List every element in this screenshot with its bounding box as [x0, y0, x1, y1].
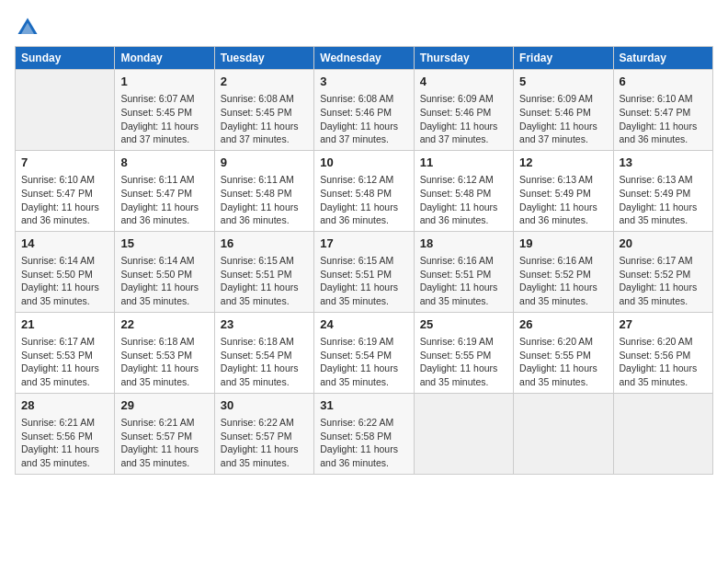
calendar-cell	[414, 393, 513, 474]
day-number: 8	[120, 155, 208, 171]
calendar-cell: 30Sunrise: 6:22 AMSunset: 5:57 PMDayligh…	[214, 393, 313, 474]
day-number: 24	[320, 316, 407, 333]
day-number: 27	[620, 316, 707, 333]
day-number: 19	[519, 236, 607, 252]
day-info: Sunrise: 6:08 AMSunset: 5:45 PMDaylight:…	[221, 92, 308, 146]
day-number: 9	[221, 155, 308, 171]
day-info: Sunrise: 6:09 AMSunset: 5:46 PMDaylight:…	[519, 92, 607, 146]
calendar-week-row: 21Sunrise: 6:17 AMSunset: 5:53 PMDayligh…	[16, 312, 713, 393]
day-number: 11	[420, 155, 507, 171]
day-info: Sunrise: 6:21 AMSunset: 5:56 PMDaylight:…	[21, 416, 108, 470]
calendar-cell: 25Sunrise: 6:19 AMSunset: 5:55 PMDayligh…	[414, 312, 513, 393]
day-info: Sunrise: 6:15 AMSunset: 5:51 PMDaylight:…	[320, 254, 407, 308]
weekday-header-sunday: Sunday	[16, 47, 115, 70]
calendar-week-row: 28Sunrise: 6:21 AMSunset: 5:56 PMDayligh…	[16, 393, 713, 474]
calendar-cell: 2Sunrise: 6:08 AMSunset: 5:45 PMDaylight…	[214, 70, 313, 151]
day-info: Sunrise: 6:16 AMSunset: 5:51 PMDaylight:…	[420, 254, 507, 308]
day-number: 13	[620, 155, 707, 171]
calendar-cell: 29Sunrise: 6:21 AMSunset: 5:57 PMDayligh…	[115, 393, 214, 474]
day-number: 2	[221, 74, 308, 90]
day-info: Sunrise: 6:18 AMSunset: 5:53 PMDaylight:…	[120, 335, 208, 389]
day-number: 15	[120, 236, 208, 252]
weekday-header-wednesday: Wednesday	[314, 47, 414, 70]
logo	[15, 15, 44, 40]
calendar-cell: 31Sunrise: 6:22 AMSunset: 5:58 PMDayligh…	[314, 393, 414, 474]
calendar-cell: 8Sunrise: 6:11 AMSunset: 5:47 PMDaylight…	[115, 150, 214, 231]
day-info: Sunrise: 6:08 AMSunset: 5:46 PMDaylight:…	[320, 92, 407, 146]
calendar-cell: 11Sunrise: 6:12 AMSunset: 5:48 PMDayligh…	[414, 150, 513, 231]
day-number: 20	[620, 236, 707, 252]
day-number: 17	[320, 236, 407, 252]
day-number: 23	[221, 316, 308, 333]
calendar-cell: 17Sunrise: 6:15 AMSunset: 5:51 PMDayligh…	[314, 231, 414, 312]
calendar-cell: 9Sunrise: 6:11 AMSunset: 5:48 PMDaylight…	[214, 150, 313, 231]
day-info: Sunrise: 6:10 AMSunset: 5:47 PMDaylight:…	[620, 92, 707, 146]
weekday-header-thursday: Thursday	[414, 47, 513, 70]
calendar-week-row: 7Sunrise: 6:10 AMSunset: 5:47 PMDaylight…	[16, 150, 713, 231]
day-info: Sunrise: 6:12 AMSunset: 5:48 PMDaylight:…	[420, 173, 507, 227]
day-info: Sunrise: 6:22 AMSunset: 5:58 PMDaylight:…	[320, 416, 407, 470]
day-info: Sunrise: 6:16 AMSunset: 5:52 PMDaylight:…	[519, 254, 607, 308]
day-number: 18	[420, 236, 507, 252]
day-info: Sunrise: 6:09 AMSunset: 5:46 PMDaylight:…	[420, 92, 507, 146]
day-number: 10	[320, 155, 407, 171]
day-info: Sunrise: 6:17 AMSunset: 5:52 PMDaylight:…	[620, 254, 707, 308]
calendar-cell: 12Sunrise: 6:13 AMSunset: 5:49 PMDayligh…	[514, 150, 613, 231]
day-info: Sunrise: 6:18 AMSunset: 5:54 PMDaylight:…	[221, 335, 308, 389]
calendar-cell	[16, 70, 115, 151]
day-number: 1	[120, 74, 208, 90]
day-number: 21	[21, 316, 108, 333]
calendar-cell: 10Sunrise: 6:12 AMSunset: 5:48 PMDayligh…	[314, 150, 414, 231]
day-info: Sunrise: 6:15 AMSunset: 5:51 PMDaylight:…	[221, 254, 308, 308]
day-info: Sunrise: 6:19 AMSunset: 5:54 PMDaylight:…	[320, 335, 407, 389]
calendar-cell	[613, 393, 712, 474]
weekday-header-tuesday: Tuesday	[214, 47, 313, 70]
day-number: 22	[120, 316, 208, 333]
day-number: 29	[120, 397, 208, 414]
day-number: 28	[21, 397, 108, 414]
calendar-cell: 28Sunrise: 6:21 AMSunset: 5:56 PMDayligh…	[16, 393, 115, 474]
calendar-cell: 20Sunrise: 6:17 AMSunset: 5:52 PMDayligh…	[613, 231, 712, 312]
day-number: 3	[320, 74, 407, 90]
day-info: Sunrise: 6:17 AMSunset: 5:53 PMDaylight:…	[21, 335, 108, 389]
day-number: 26	[519, 316, 607, 333]
day-info: Sunrise: 6:11 AMSunset: 5:48 PMDaylight:…	[221, 173, 308, 227]
page-header	[15, 15, 713, 40]
calendar-cell: 18Sunrise: 6:16 AMSunset: 5:51 PMDayligh…	[414, 231, 513, 312]
day-number: 14	[21, 236, 108, 252]
weekday-header-row: SundayMondayTuesdayWednesdayThursdayFrid…	[16, 47, 713, 70]
day-number: 5	[519, 74, 607, 90]
calendar-cell: 14Sunrise: 6:14 AMSunset: 5:50 PMDayligh…	[16, 231, 115, 312]
calendar-cell: 26Sunrise: 6:20 AMSunset: 5:55 PMDayligh…	[514, 312, 613, 393]
calendar-table: SundayMondayTuesdayWednesdayThursdayFrid…	[15, 46, 713, 475]
calendar-cell: 24Sunrise: 6:19 AMSunset: 5:54 PMDayligh…	[314, 312, 414, 393]
calendar-cell: 3Sunrise: 6:08 AMSunset: 5:46 PMDaylight…	[314, 70, 414, 151]
weekday-header-saturday: Saturday	[613, 47, 712, 70]
day-info: Sunrise: 6:21 AMSunset: 5:57 PMDaylight:…	[120, 416, 208, 470]
day-info: Sunrise: 6:14 AMSunset: 5:50 PMDaylight:…	[120, 254, 208, 308]
calendar-cell: 27Sunrise: 6:20 AMSunset: 5:56 PMDayligh…	[613, 312, 712, 393]
calendar-cell: 4Sunrise: 6:09 AMSunset: 5:46 PMDaylight…	[414, 70, 513, 151]
calendar-cell: 21Sunrise: 6:17 AMSunset: 5:53 PMDayligh…	[16, 312, 115, 393]
day-info: Sunrise: 6:14 AMSunset: 5:50 PMDaylight:…	[21, 254, 108, 308]
day-info: Sunrise: 6:11 AMSunset: 5:47 PMDaylight:…	[120, 173, 208, 227]
calendar-cell: 1Sunrise: 6:07 AMSunset: 5:45 PMDaylight…	[115, 70, 214, 151]
logo-icon	[15, 15, 40, 40]
day-number: 25	[420, 316, 507, 333]
weekday-header-monday: Monday	[115, 47, 214, 70]
calendar-cell: 19Sunrise: 6:16 AMSunset: 5:52 PMDayligh…	[514, 231, 613, 312]
day-number: 12	[519, 155, 607, 171]
calendar-cell: 23Sunrise: 6:18 AMSunset: 5:54 PMDayligh…	[214, 312, 313, 393]
day-info: Sunrise: 6:13 AMSunset: 5:49 PMDaylight:…	[620, 173, 707, 227]
calendar-cell: 15Sunrise: 6:14 AMSunset: 5:50 PMDayligh…	[115, 231, 214, 312]
calendar-week-row: 1Sunrise: 6:07 AMSunset: 5:45 PMDaylight…	[16, 70, 713, 151]
day-info: Sunrise: 6:10 AMSunset: 5:47 PMDaylight:…	[21, 173, 108, 227]
calendar-cell: 5Sunrise: 6:09 AMSunset: 5:46 PMDaylight…	[514, 70, 613, 151]
day-info: Sunrise: 6:19 AMSunset: 5:55 PMDaylight:…	[420, 335, 507, 389]
day-info: Sunrise: 6:20 AMSunset: 5:56 PMDaylight:…	[620, 335, 707, 389]
day-info: Sunrise: 6:07 AMSunset: 5:45 PMDaylight:…	[120, 92, 208, 146]
calendar-cell: 16Sunrise: 6:15 AMSunset: 5:51 PMDayligh…	[214, 231, 313, 312]
calendar-cell: 13Sunrise: 6:13 AMSunset: 5:49 PMDayligh…	[613, 150, 712, 231]
day-info: Sunrise: 6:22 AMSunset: 5:57 PMDaylight:…	[221, 416, 308, 470]
day-number: 16	[221, 236, 308, 252]
